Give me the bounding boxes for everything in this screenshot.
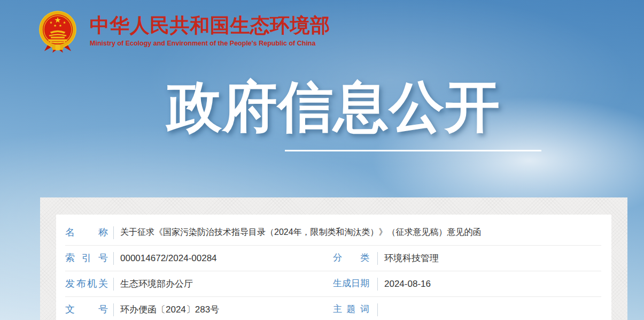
document-info-card: 名称 关于征求《国家污染防治技术指导目录（2024年，限制类和淘汰类）》（征求意… (56, 215, 611, 320)
page-title: 政府信息公开 (167, 78, 500, 136)
field-value-date: 2024-08-16 (384, 279, 431, 289)
field-value-issuer: 生态环境部办公厅 (120, 278, 193, 290)
field-value-name: 关于征求《国家污染防治技术指导目录（2024年，限制类和淘汰类）》（征求意见稿）… (120, 227, 482, 238)
national-emblem-icon (37, 9, 78, 55)
field-label-category: 分类 (333, 253, 369, 263)
cell-index-no: 索引号 000014672/2024-00284 (65, 252, 333, 265)
label-separator (113, 278, 114, 291)
field-value-index-no: 000014672/2024-00284 (120, 253, 217, 264)
ministry-name-en: Ministry of Ecology and Environment of t… (90, 40, 330, 47)
label-separator (377, 252, 378, 265)
field-value-doc-no: 环办便函〔2024〕283号 (120, 303, 219, 316)
field-label-doc-no: 文号 (65, 304, 108, 316)
ministry-name-cn: 中华人民共和国生态环境部 (90, 15, 330, 37)
table-row-index: 索引号 000014672/2024-00284 分类 环境科技管理 (65, 246, 601, 271)
label-separator (113, 252, 114, 265)
cell-category: 分类 环境科技管理 (333, 252, 601, 265)
field-label-issuer: 发布机关 (65, 278, 108, 290)
field-label-subject: 主题词 (333, 304, 369, 315)
field-label-date: 生成日期 (333, 278, 369, 289)
cell-subject: 主题词 (333, 303, 601, 316)
label-separator (113, 303, 114, 316)
content-band: 名称 关于征求《国家污染防治技术指导目录（2024年，限制类和淘汰类）》（征求意… (40, 197, 627, 320)
table-row-issuer: 发布机关 生态环境部办公厅 生成日期 2024-08-16 (65, 271, 601, 296)
label-separator (377, 303, 378, 316)
table-row-doc-no: 文号 环办便函〔2024〕283号 主题词 (65, 297, 601, 320)
field-label-index-no: 索引号 (65, 253, 108, 264)
table-row-name: 名称 关于征求《国家污染防治技术指导目录（2024年，限制类和淘汰类）》（征求意… (65, 220, 601, 245)
field-value-category: 环境科技管理 (384, 252, 439, 264)
label-separator (113, 226, 114, 239)
label-separator (377, 278, 378, 291)
field-label-name: 名称 (65, 227, 108, 239)
cell-issuer: 发布机关 生态环境部办公厅 (65, 278, 333, 291)
cell-name: 名称 关于征求《国家污染防治技术指导目录（2024年，限制类和淘汰类）》（征求意… (65, 226, 601, 239)
title-underline (285, 150, 541, 151)
ministry-home-link[interactable]: 中华人民共和国生态环境部 Ministry of Ecology and Env… (37, 9, 330, 55)
cell-date: 生成日期 2024-08-16 (333, 278, 601, 291)
ministry-titles: 中华人民共和国生态环境部 Ministry of Ecology and Env… (90, 9, 330, 47)
cell-doc-no: 文号 环办便函〔2024〕283号 (65, 303, 333, 316)
